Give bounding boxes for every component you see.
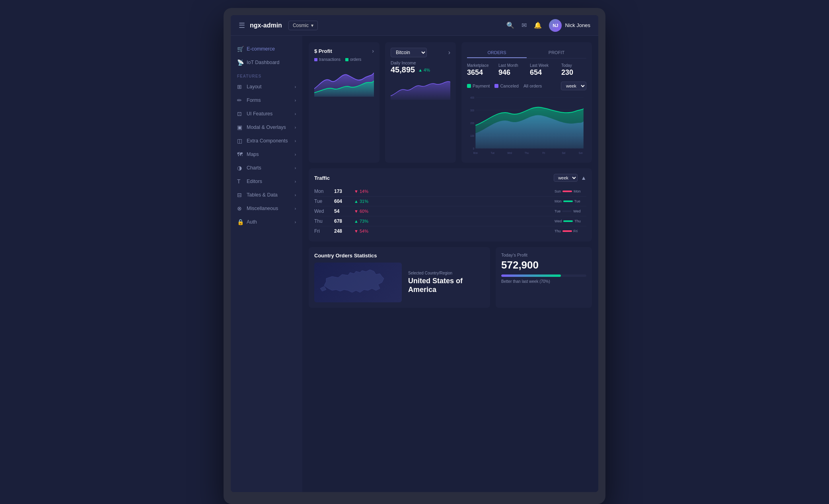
sidebar-item-forms[interactable]: ✏ Forms ›: [231, 93, 302, 107]
ui-arrow: ›: [295, 112, 296, 116]
tables-icon: ⊟: [237, 192, 243, 198]
stat-today: Today 230: [561, 63, 586, 77]
transactions-color: [314, 58, 317, 61]
sidebar-item-charts[interactable]: ◑ Charts ›: [231, 161, 302, 175]
stat-marketplace-label: Marketplace: [467, 63, 492, 68]
sidebar-item-ecommerce[interactable]: 🛒 E-commerce: [231, 42, 302, 56]
traffic-collapse-icon[interactable]: ▲: [581, 175, 586, 181]
sidebar-item-auth[interactable]: 🔒 Auth ›: [231, 215, 302, 229]
menu-hamburger-icon[interactable]: ☰: [239, 21, 245, 30]
stat-last-month: Last Month 946: [498, 63, 523, 77]
sidebar-item-maps[interactable]: 🗺 Maps ›: [231, 148, 302, 161]
brand-logo: ngx-admin: [250, 22, 282, 29]
sidebar-item-ui[interactable]: ⊡ UI Features ›: [231, 107, 302, 121]
stat-last-week-value: 654: [530, 68, 555, 77]
mini-chart-fri: Thu Fri: [555, 229, 586, 233]
header: ☰ ngx-admin Cosmic ▾ 🔍 ✉ 🔔 NJ Nick Jones: [231, 15, 598, 36]
auth-arrow: ›: [295, 220, 296, 224]
editors-icon: T: [237, 178, 243, 185]
legend-payment: Payment: [467, 84, 490, 88]
svg-text:Fri: Fri: [543, 151, 545, 154]
stat-last-month-label: Last Month: [498, 63, 523, 68]
traffic-pct-fri: ▼ 54%: [354, 229, 555, 234]
traffic-header: Traffic week ▲: [314, 174, 586, 182]
svg-text:Sat: Sat: [562, 151, 566, 154]
maps-icon: 🗺: [237, 151, 243, 158]
profit-chart: [314, 65, 374, 97]
features-section-label: FEATURES: [231, 69, 302, 80]
profit-today-card: Today's Profit 572,900 Better than last …: [496, 247, 592, 308]
search-icon[interactable]: 🔍: [506, 21, 514, 29]
mini-bar-wed: [562, 210, 572, 212]
country-info: Selected Country/Region United States of…: [408, 271, 485, 294]
profit-expand-icon[interactable]: ›: [372, 48, 374, 54]
misc-arrow: ›: [295, 206, 296, 211]
layout-arrow: ›: [295, 85, 296, 89]
currency-selector[interactable]: Bitcoin Ethereum Litecoin: [391, 48, 427, 57]
country-label: Selected Country/Region: [408, 271, 485, 275]
bell-icon[interactable]: 🔔: [534, 21, 542, 29]
sidebar-item-modal[interactable]: ▣ Modal & Overlays ›: [231, 121, 302, 134]
svg-text:200: 200: [470, 121, 474, 125]
mini-bar-mon: [562, 191, 572, 192]
modal-arrow: ›: [295, 125, 296, 130]
map-title: Country Orders Statistics: [314, 253, 485, 259]
sidebar-item-editors[interactable]: T Editors ›: [231, 175, 302, 188]
tab-profit[interactable]: PROFIT: [527, 48, 586, 58]
profit-today-value: 572,900: [501, 259, 586, 271]
traffic-day-wed: Wed: [314, 208, 334, 214]
profit-progress-bar-bg: [501, 274, 586, 277]
svg-text:0: 0: [473, 147, 474, 150]
period-selector[interactable]: week: [561, 82, 586, 90]
stat-today-label: Today: [561, 63, 586, 68]
traffic-card: Traffic week ▲ Mon: [309, 168, 592, 241]
theme-selector[interactable]: Cosmic ▾: [288, 21, 318, 30]
sidebar-item-layout[interactable]: ⊞ Layout ›: [231, 80, 302, 93]
sidebar-item-misc[interactable]: ⊗ Miscellaneous ›: [231, 202, 302, 215]
stat-marketplace: Marketplace 3654: [467, 63, 492, 77]
traffic-pct-mon: ▼ 14%: [354, 189, 555, 194]
income-row: 45,895 ▲ 4%: [391, 65, 450, 74]
svg-text:Wed: Wed: [507, 151, 512, 154]
table-row: Tue 604 ▲ 31% Mon Tue: [314, 197, 586, 206]
svg-text:Sun: Sun: [579, 151, 583, 154]
header-right: 🔍 ✉ 🔔 NJ Nick Jones: [506, 19, 590, 32]
svg-text:100: 100: [470, 134, 474, 137]
main-content: $ Profit › transactions orders: [302, 36, 598, 492]
profit-title: $ Profit: [314, 48, 332, 54]
traffic-pct-wed: ▼ 60%: [354, 209, 555, 214]
profit-progress-bar-fill: [501, 274, 561, 277]
user-avatar-area[interactable]: NJ Nick Jones: [549, 19, 590, 32]
orders-tabs: ORDERS PROFIT: [467, 48, 586, 58]
extra-icon: ◫: [237, 138, 243, 144]
legend-transactions: transactions: [314, 57, 341, 62]
table-row: Mon 173 ▼ 14% Sun Mon: [314, 187, 586, 197]
tab-orders[interactable]: ORDERS: [467, 48, 527, 58]
svg-text:Tue: Tue: [490, 151, 494, 154]
mini-chart-thu: Wed Thu: [555, 219, 586, 223]
profit-card: $ Profit › transactions orders: [309, 42, 379, 163]
stat-today-value: 230: [561, 68, 586, 77]
mini-bar-thu: [563, 220, 573, 222]
bitcoin-expand-icon[interactable]: ›: [448, 49, 450, 56]
traffic-pct-tue: ▲ 31%: [354, 199, 555, 204]
canceled-color: [494, 84, 498, 88]
sidebar-item-extra[interactable]: ◫ Extra Components ›: [231, 134, 302, 148]
svg-text:300: 300: [470, 109, 474, 112]
mail-icon[interactable]: ✉: [522, 21, 527, 29]
iot-icon: 📡: [237, 59, 243, 66]
table-row: Wed 54 ▼ 60% Tue Wed: [314, 206, 586, 216]
mini-chart-wed: Tue Wed: [555, 209, 586, 213]
modal-icon: ▣: [237, 124, 243, 130]
traffic-day-mon: Mon: [314, 189, 334, 194]
bitcoin-card: Bitcoin Ethereum Litecoin › Daily Income…: [385, 42, 456, 163]
forms-arrow: ›: [295, 98, 296, 103]
bottom-row: Country Orders Statistics Selected Count…: [309, 247, 592, 308]
traffic-period-selector[interactable]: week: [554, 174, 578, 182]
sidebar-item-iot[interactable]: 📡 IoT Dashboard: [231, 56, 302, 69]
traffic-pct-thu: ▲ 73%: [354, 219, 555, 224]
legend-orders: orders: [345, 57, 361, 62]
sidebar-item-tables[interactable]: ⊟ Tables & Data ›: [231, 188, 302, 202]
legend-all-orders: All orders: [523, 84, 542, 88]
svg-text:Mon: Mon: [473, 151, 478, 154]
